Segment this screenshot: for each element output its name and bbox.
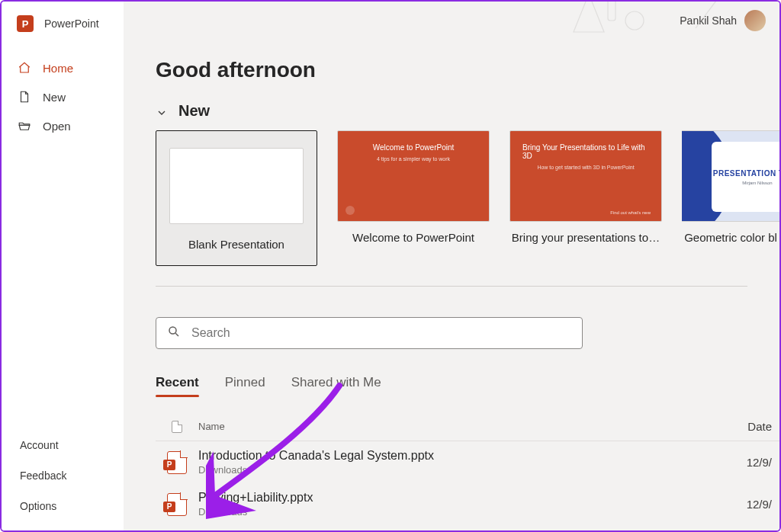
- powerpoint-app-icon: P: [17, 15, 34, 32]
- template-label: Geometric color bl: [682, 231, 779, 244]
- column-header-date[interactable]: Date: [731, 420, 779, 433]
- content: Good afternoon New Blank Presentation: [124, 40, 779, 530]
- blank-slide-icon: [169, 148, 304, 224]
- sidebar: P PowerPoint Home New Open: [2, 2, 124, 530]
- file-row[interactable]: P Introduction to Canada's Legal System.…: [156, 441, 779, 483]
- sidebar-item-label: Open: [43, 120, 71, 133]
- top-bar: Pankil Shah: [124, 2, 779, 40]
- file-name: Introduction to Canada's Legal System.pp…: [198, 449, 731, 463]
- file-name: Proving+Liability.pptx: [198, 491, 731, 505]
- sidebar-item-account[interactable]: Account: [2, 430, 124, 460]
- powerpoint-mini-icon: [346, 206, 355, 215]
- template-label: Blank Presentation: [188, 238, 284, 251]
- sidebar-item-label: Options: [20, 500, 56, 512]
- app-brand: P PowerPoint: [2, 15, 124, 53]
- file-date: 12/9/: [731, 498, 779, 511]
- new-section-heading: New: [178, 102, 210, 120]
- new-section-toggle[interactable]: New: [156, 102, 779, 120]
- column-header-name[interactable]: Name: [198, 421, 731, 432]
- sidebar-item-options[interactable]: Options: [2, 491, 124, 521]
- chevron-down-icon: [156, 105, 168, 117]
- template-thumb: Blank Presentation: [156, 130, 317, 266]
- tab-shared[interactable]: Shared with Me: [291, 375, 381, 399]
- file-tabs: Recent Pinned Shared with Me: [156, 375, 779, 399]
- pptx-file-icon: P: [167, 493, 187, 516]
- sidebar-item-label: Account: [20, 439, 59, 451]
- main-area: Pankil Shah Good afternoon New Blank Pre…: [124, 2, 779, 530]
- template-slide-title: Welcome to PowerPoint: [373, 143, 455, 152]
- template-slide-footer: Find out what's new: [610, 210, 651, 215]
- template-geometric[interactable]: PRESENTATION TITLE Mirjam Nilsson Geomet…: [682, 130, 779, 266]
- home-icon: [17, 61, 32, 75]
- template-welcome[interactable]: Welcome to PowerPoint 4 tips for a simpl…: [337, 130, 490, 266]
- search-input[interactable]: [191, 326, 571, 340]
- template-slide-sub: 4 tips for a simpler way to work: [377, 156, 450, 162]
- sidebar-item-label: New: [43, 91, 66, 104]
- template-slide-title: Bring Your Presentations to Life with 3D: [522, 143, 649, 160]
- search-icon: [167, 325, 181, 341]
- sidebar-item-home[interactable]: Home: [2, 53, 124, 82]
- template-thumb: Bring Your Presentations to Life with 3D…: [509, 130, 662, 222]
- file-row[interactable]: P Proving+Liability.pptx Downloads 12/9/: [156, 483, 779, 525]
- document-icon: [17, 90, 32, 104]
- sidebar-nav-bottom: Account Feedback Options: [2, 430, 124, 530]
- svg-rect-1: [608, 2, 615, 21]
- tab-pinned[interactable]: Pinned: [225, 375, 265, 399]
- sidebar-item-label: Home: [43, 62, 73, 75]
- sidebar-item-open[interactable]: Open: [2, 111, 124, 140]
- decorative-sketches: [566, 2, 734, 40]
- template-slide-sub: How to get started with 3D in PowerPoint: [537, 165, 634, 170]
- sidebar-nav-top: Home New Open: [2, 53, 124, 140]
- template-label: Welcome to PowerPoint: [352, 231, 474, 244]
- template-3d[interactable]: Bring Your Presentations to Life with 3D…: [509, 130, 662, 266]
- section-divider: [156, 286, 747, 287]
- template-thumb: Welcome to PowerPoint 4 tips for a simpl…: [337, 130, 490, 222]
- search-box[interactable]: [156, 317, 583, 349]
- app-name: PowerPoint: [44, 18, 99, 30]
- svg-point-0: [625, 11, 644, 30]
- file-list-header: Name Date: [156, 399, 779, 441]
- template-thumb: PRESENTATION TITLE Mirjam Nilsson: [682, 130, 779, 222]
- file-location: Downloads: [198, 464, 731, 476]
- template-slide-sub: Mirjam Nilsson: [742, 181, 772, 185]
- file-date: 12/9/: [731, 456, 779, 469]
- tab-recent[interactable]: Recent: [156, 375, 199, 399]
- sidebar-item-feedback[interactable]: Feedback: [2, 460, 124, 491]
- document-sort-icon: [172, 421, 182, 433]
- svg-point-2: [169, 327, 176, 334]
- user-avatar-icon: [744, 10, 766, 31]
- greeting-heading: Good afternoon: [156, 40, 779, 102]
- pptx-file-icon: P: [167, 451, 187, 474]
- file-list: P Introduction to Canada's Legal System.…: [156, 441, 779, 525]
- folder-open-icon: [17, 119, 32, 133]
- template-blank-presentation[interactable]: Blank Presentation: [156, 130, 317, 266]
- sidebar-item-new[interactable]: New: [2, 82, 124, 111]
- template-row: Blank Presentation Welcome to PowerPoint…: [156, 130, 779, 266]
- file-location: Downloads: [198, 506, 731, 518]
- template-label: Bring your presentations to…: [512, 231, 660, 244]
- template-slide-title: PRESENTATION TITLE: [713, 169, 779, 178]
- sidebar-item-label: Feedback: [20, 470, 66, 482]
- sort-by-type-button[interactable]: [156, 421, 198, 433]
